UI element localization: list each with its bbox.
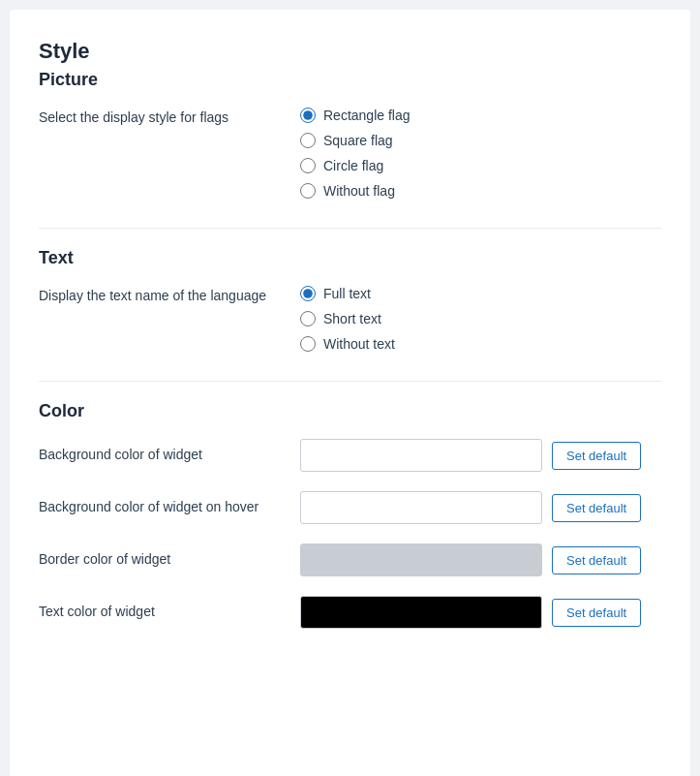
radio-without-text[interactable]: Without text	[300, 336, 395, 352]
set-default-text-button[interactable]: Set default	[552, 599, 641, 627]
picture-subtitle: Picture	[39, 70, 661, 90]
radio-without-text-label: Without text	[323, 336, 395, 352]
color-subtitle: Color	[39, 401, 661, 421]
color-text-input[interactable]	[300, 596, 542, 629]
style-section: Style Picture Select the display style f…	[39, 39, 661, 199]
radio-without-flag[interactable]: Without flag	[300, 183, 411, 199]
radio-rectangle[interactable]: Rectangle flag	[300, 108, 411, 123]
radio-without-flag-label: Without flag	[323, 183, 395, 199]
color-border-wrapper: Set default	[300, 543, 641, 576]
text-label: Display the text name of the language	[39, 286, 300, 303]
main-container: Style Picture Select the display style f…	[10, 10, 690, 776]
text-subtitle: Text	[39, 248, 661, 268]
color-section: Color Background color of widget Set def…	[39, 401, 661, 629]
set-default-border-button[interactable]: Set default	[552, 546, 641, 574]
radio-square[interactable]: Square flag	[300, 133, 411, 148]
divider-1	[39, 228, 661, 229]
set-default-bg-button[interactable]: Set default	[552, 442, 641, 470]
color-bg-input[interactable]	[300, 439, 542, 472]
text-row: Display the text name of the language Fu…	[39, 286, 661, 352]
radio-short-text[interactable]: Short text	[300, 311, 395, 326]
radio-square-input[interactable]	[300, 133, 316, 148]
color-text-wrapper: Set default	[300, 596, 641, 629]
radio-circle-input[interactable]	[300, 158, 316, 173]
radio-full-text[interactable]: Full text	[300, 286, 395, 301]
color-hover-input[interactable]	[300, 491, 542, 524]
main-title: Style	[39, 39, 661, 64]
color-row-text: Text color of widget Set default	[39, 596, 661, 629]
radio-circle[interactable]: Circle flag	[300, 158, 411, 173]
radio-without-flag-input[interactable]	[300, 183, 316, 199]
radio-square-label: Square flag	[323, 133, 393, 148]
radio-circle-label: Circle flag	[323, 158, 383, 173]
color-bg-wrapper: Set default	[300, 439, 641, 472]
color-text-label: Text color of widget	[39, 603, 300, 622]
divider-2	[39, 381, 661, 382]
picture-label: Select the display style for flags	[39, 108, 300, 125]
picture-row: Select the display style for flags Recta…	[39, 108, 661, 199]
radio-rectangle-input[interactable]	[300, 108, 316, 123]
color-hover-wrapper: Set default	[300, 491, 641, 524]
color-row-bg: Background color of widget Set default	[39, 439, 661, 472]
radio-full-text-label: Full text	[323, 286, 371, 301]
radio-without-text-input[interactable]	[300, 336, 316, 352]
radio-full-text-input[interactable]	[300, 286, 316, 301]
color-row-hover: Background color of widget on hover Set …	[39, 491, 661, 524]
color-border-label: Border color of widget	[39, 550, 300, 570]
set-default-hover-button[interactable]: Set default	[552, 494, 641, 522]
color-hover-label: Background color of widget on hover	[39, 498, 300, 517]
color-border-input[interactable]	[300, 543, 542, 576]
radio-short-text-input[interactable]	[300, 311, 316, 326]
radio-rectangle-label: Rectangle flag	[323, 108, 411, 123]
text-options: Full text Short text Without text	[300, 286, 395, 352]
text-section: Text Display the text name of the langua…	[39, 248, 661, 352]
color-bg-label: Background color of widget	[39, 446, 300, 465]
picture-options: Rectangle flag Square flag Circle flag W…	[300, 108, 411, 199]
radio-short-text-label: Short text	[323, 311, 381, 326]
color-row-border: Border color of widget Set default	[39, 543, 661, 576]
